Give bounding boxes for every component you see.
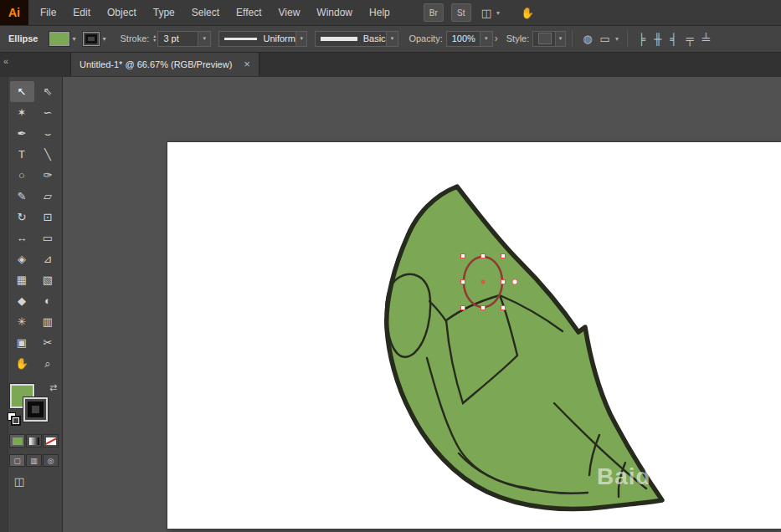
arrange-documents-icon: ◫: [481, 7, 491, 19]
close-tab-icon[interactable]: ×: [244, 58, 250, 70]
perspective-grid-tool[interactable]: ⊿: [36, 248, 60, 269]
chevron-down-icon[interactable]: ▾: [480, 32, 492, 46]
color-mode-button[interactable]: [9, 434, 25, 448]
document-tab[interactable]: Untitled-1* @ 66.67% (RGB/Preview) ×: [70, 52, 259, 76]
shape-builder-tool[interactable]: ◈: [10, 248, 34, 269]
draw-normal-mode-button[interactable]: ▢: [9, 454, 25, 467]
slice-tool[interactable]: ✂: [36, 332, 60, 353]
selection-tool-icon: ↖: [18, 85, 27, 98]
opacity-flyout-icon[interactable]: ›: [495, 33, 498, 44]
symbol-sprayer-tool[interactable]: ✳: [10, 311, 34, 332]
swap-fill-stroke-icon[interactable]: ⇄: [49, 382, 57, 393]
align-horizontal-right-icon[interactable]: ╡: [670, 33, 677, 45]
ellipse-center-point[interactable]: [481, 280, 486, 284]
scale-tool[interactable]: ⊡: [36, 207, 60, 228]
canvas[interactable]: Baidu: [63, 77, 781, 532]
variable-width-profile-select[interactable]: Uniform ▾: [218, 31, 307, 47]
rotate-tool[interactable]: ↻: [10, 207, 34, 228]
artboard-tool[interactable]: ▣: [10, 332, 34, 353]
column-graph-tool[interactable]: ▥: [36, 311, 60, 332]
blend-tool[interactable]: ◐: [36, 290, 60, 311]
transform-panel-control[interactable]: ▭ ▾: [600, 33, 621, 45]
type-tool[interactable]: T: [10, 144, 34, 165]
align-horizontal-center-icon[interactable]: ╫: [654, 33, 661, 45]
mesh-tool[interactable]: ▦: [10, 269, 34, 290]
selection-handle[interactable]: [501, 280, 506, 284]
chevron-down-icon[interactable]: ▾: [100, 35, 108, 43]
lasso-tool[interactable]: ∽: [36, 102, 60, 123]
menu-help[interactable]: Help: [361, 0, 398, 25]
shaper-tool[interactable]: ✎: [10, 186, 34, 207]
selection-handle[interactable]: [461, 280, 465, 284]
menu-view[interactable]: View: [270, 0, 309, 25]
draw-behind-mode-button[interactable]: ▥: [26, 454, 42, 467]
paintbrush-tool[interactable]: ✑: [36, 165, 60, 186]
eraser-tool[interactable]: ▱: [36, 186, 60, 207]
selection-handle[interactable]: [481, 306, 486, 310]
menu-file[interactable]: File: [32, 0, 64, 25]
pen-tool[interactable]: ✒: [10, 123, 34, 144]
opacity-select[interactable]: 100% ▾: [446, 31, 493, 47]
menu-window[interactable]: Window: [308, 0, 361, 25]
selection-handle[interactable]: [461, 254, 465, 258]
stroke-color-control[interactable]: ▾: [83, 31, 108, 46]
gradient-mode-icon: [29, 437, 39, 445]
align-vertical-top-icon[interactable]: ╤: [686, 33, 694, 45]
selection-handle[interactable]: [501, 254, 506, 258]
arrange-documents-control[interactable]: ◫ ▾: [481, 7, 502, 19]
menu-object[interactable]: Object: [99, 0, 145, 25]
gradient-mode-button[interactable]: [26, 434, 42, 448]
free-transform-tool[interactable]: ▭: [36, 228, 60, 248]
fill-color-swatch[interactable]: [49, 32, 69, 46]
fill-color-control[interactable]: ▾: [49, 31, 78, 46]
collapse-panel-icon[interactable]: «: [3, 56, 8, 66]
align-horizontal-left-icon[interactable]: ╞: [638, 33, 645, 45]
magic-wand-tool[interactable]: ✶: [10, 102, 34, 123]
line-segment-tool[interactable]: ╲: [36, 144, 60, 165]
eyedropper-tool[interactable]: ◆: [10, 290, 34, 311]
ellipse-tool[interactable]: ○: [10, 165, 34, 186]
menu-type[interactable]: Type: [145, 0, 183, 25]
stroke-weight-select[interactable]: 3 pt ▾: [157, 31, 211, 47]
selection-handle[interactable]: [481, 254, 486, 258]
stroke-weight-value: 3 pt: [163, 33, 178, 43]
selection-handle[interactable]: [461, 306, 465, 310]
menu-edit[interactable]: Edit: [64, 0, 99, 25]
selection-tool[interactable]: ↖: [10, 81, 34, 102]
chevron-down-icon[interactable]: ▾: [198, 32, 210, 46]
chevron-down-icon[interactable]: ▾: [386, 32, 398, 46]
touch-workspace-icon[interactable]: ✋: [521, 7, 534, 19]
zoom-tool[interactable]: ⌕: [36, 353, 60, 374]
stroke-color-swatch[interactable]: [83, 32, 100, 46]
recolor-artwork-icon[interactable]: ◍: [583, 33, 592, 45]
align-vertical-bottom-icon[interactable]: ╧: [702, 33, 710, 45]
default-fill-stroke-icon[interactable]: [8, 412, 19, 424]
chevron-down-icon[interactable]: ▾: [295, 32, 306, 46]
bridge-button[interactable]: Br: [424, 3, 444, 22]
stock-button[interactable]: St: [451, 3, 471, 22]
style-select[interactable]: ▾: [532, 31, 566, 47]
chevron-down-icon: ▾: [613, 35, 621, 43]
brush-definition-select[interactable]: Basic ▾: [315, 31, 398, 47]
ellipse-side-widget[interactable]: [512, 279, 517, 284]
none-mode-button[interactable]: [43, 434, 59, 448]
hand-tool[interactable]: ✋: [10, 353, 34, 374]
artboard[interactable]: [167, 142, 781, 529]
metapod-artwork: [386, 187, 662, 509]
curvature-tool[interactable]: ⌣: [36, 123, 60, 144]
style-label: Style:: [506, 33, 530, 43]
gradient-tool[interactable]: ▧: [36, 269, 60, 290]
stroke-weight-stepper[interactable]: ▴ ▾: [153, 34, 156, 43]
selection-handle[interactable]: [501, 306, 506, 310]
stroke-swatch[interactable]: [23, 397, 48, 422]
draw-inside-mode-button[interactable]: ◎: [43, 454, 59, 467]
screen-mode-button[interactable]: ◫: [11, 475, 28, 488]
chevron-down-icon[interactable]: ▾: [555, 32, 566, 46]
default-stroke-chip: [11, 416, 21, 426]
direct-selection-tool[interactable]: ⇖: [36, 81, 60, 102]
chevron-down-icon[interactable]: ▾: [69, 35, 78, 43]
stepper-down-icon[interactable]: ▾: [153, 38, 156, 43]
menu-effect[interactable]: Effect: [228, 0, 270, 25]
width-tool[interactable]: ↔: [10, 228, 34, 248]
menu-select[interactable]: Select: [183, 0, 228, 25]
